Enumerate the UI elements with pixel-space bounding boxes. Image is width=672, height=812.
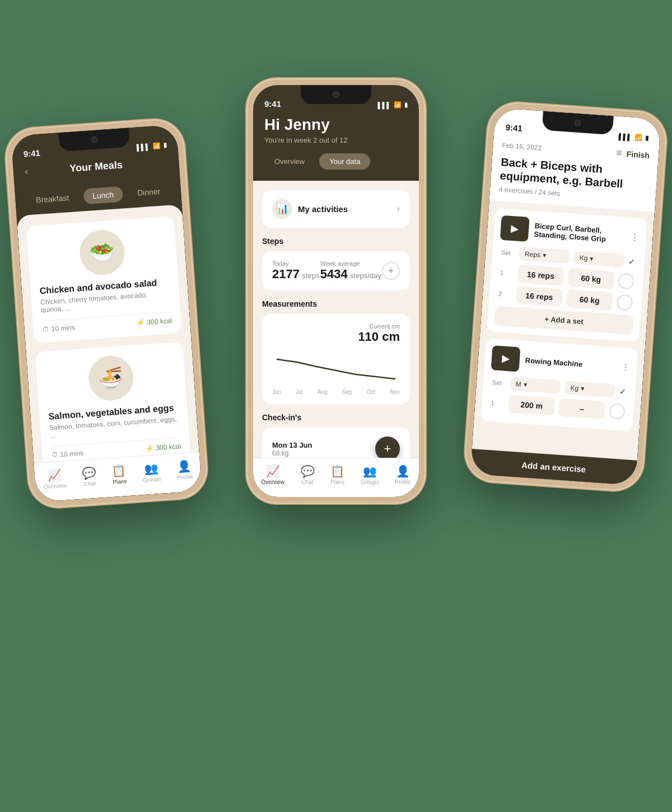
finish-button[interactable]: Finish (626, 149, 650, 159)
reps-dropdown-2[interactable]: M ▾ (510, 377, 561, 393)
battery-icon-2: ▮ (404, 101, 408, 109)
nav2-groups[interactable]: 👥 Groups (361, 464, 379, 485)
phone3-vol-up-btn (479, 187, 483, 218)
subtitle: You're in week 2 out of 12 (264, 136, 408, 144)
meal-image-2: 🍜 (87, 354, 134, 402)
set-weight-3[interactable]: – (558, 398, 605, 420)
checkin-weight-1: 68 kg (272, 449, 312, 457)
check-icon-2: ✓ (619, 387, 627, 396)
steps-avg-label: Week average (320, 260, 381, 267)
activities-card[interactable]: 📊 My activities › (262, 190, 410, 228)
meal-card-1[interactable]: 🥗 Chicken and avocado salad Chicken, che… (26, 216, 182, 343)
set-row-2-1: 1 200 m – (488, 393, 628, 421)
set-reps-1[interactable]: 16 reps (517, 265, 564, 286)
chevron-down-icon: ▾ (543, 251, 547, 259)
activities-icon: 📊 (272, 199, 292, 219)
tab-lunch[interactable]: Lunch (83, 186, 123, 204)
checkins-card: Mon 13 Jun 68 kg + (262, 428, 410, 458)
nav-groups[interactable]: 👥 Groups (142, 461, 161, 483)
nav2-groups-label: Groups (361, 479, 379, 485)
measurements-chart-svg (272, 351, 400, 384)
meals-content: 🥗 Chicken and avocado salad Chicken, che… (16, 204, 200, 489)
nav-plans-label: Plans (113, 478, 127, 485)
phone3-power-btn (660, 191, 665, 233)
meal-kcal-1: ⚡ 300 kcal (136, 317, 172, 327)
month-sep: Sep (342, 389, 352, 395)
set-check-circle-2[interactable] (617, 294, 633, 311)
set-num-1: 1 (500, 269, 514, 277)
tab-overview[interactable]: Overview (264, 153, 315, 170)
clock-icon: ⏱ (42, 325, 49, 334)
status-time-3: 9:41 (505, 123, 522, 133)
nav-plans[interactable]: 📋 Plans (111, 463, 127, 485)
nav-profile[interactable]: 👤 Profile (176, 459, 193, 481)
tab-your-data[interactable]: Your data (319, 153, 370, 170)
chevron-down-icon-3: ▾ (523, 381, 527, 388)
steps-today-value: 2177 (272, 267, 300, 281)
play-icon-1: ▶ (511, 222, 520, 235)
tab-dinner[interactable]: Dinner (128, 183, 170, 201)
nav2-chat-label: Chat (302, 479, 314, 485)
meal-emoji-2: 🍜 (97, 365, 124, 391)
month-nov: Nov (390, 389, 400, 395)
steps-section-title: Steps (262, 237, 410, 246)
phone3-silent-btn (482, 162, 485, 179)
set-reps-3[interactable]: 200 m (508, 395, 555, 416)
set-num-2: 2 (498, 290, 512, 298)
exercise-menu-1[interactable]: ⋮ (630, 231, 640, 242)
wifi-icon-3: 📶 (634, 134, 643, 142)
nav-chat[interactable]: 💬 Chat (82, 466, 97, 487)
nav2-plans[interactable]: 📋 Plans (330, 464, 344, 485)
camera (91, 136, 98, 143)
exercise-name-2: Rowing Machine (525, 356, 616, 370)
exercise-thumb-1: ▶ (500, 215, 530, 242)
tab-breakfast[interactable]: Breakfast (26, 189, 78, 208)
checkin-date-1: Mon 13 Jun (272, 441, 312, 449)
camera-3 (574, 119, 581, 126)
steps-today-unit: steps (302, 271, 319, 280)
kg-dropdown[interactable]: Kg ▾ (573, 251, 624, 267)
exercise-menu-2[interactable]: ⋮ (621, 362, 631, 373)
nav2-overview[interactable]: 📈 Overview (261, 464, 284, 485)
checkin-add-button[interactable]: + (375, 436, 400, 458)
kg-dropdown-2[interactable]: Kg ▾ (564, 381, 615, 397)
phone-vol-down-btn (11, 258, 15, 289)
meal-card-2[interactable]: 🍜 Salmon, vegetables and eggs Salmon, to… (35, 342, 191, 469)
phone-workout: 9:41 ▌▌▌ 📶 ▮ Feb 16, 2022 ≡ Finish (463, 101, 669, 493)
meals-screen: 9:41 ▌▌▌ 📶 ▮ ‹ Your Meals Breakfast Lunc… (11, 124, 202, 502)
reps-dropdown[interactable]: Reps ▾ (519, 247, 570, 264)
clock-icon-2: ⏱ (51, 451, 58, 459)
overview-icon-2: 📈 (266, 464, 280, 478)
groups-icon-2: 👥 (363, 464, 377, 478)
set-weight-1[interactable]: 60 kg (567, 268, 614, 289)
set-weight-2[interactable]: 60 kg (566, 289, 613, 311)
set-check-circle-3[interactable] (609, 403, 626, 420)
exercise-thumb-2: ▶ (491, 345, 521, 372)
phone-dashboard: 9:41 ▌▌▌ 📶 ▮ Hi Jenny You're in week 2 o… (246, 78, 426, 504)
phone3-vol-down-btn (477, 223, 481, 254)
measurements-card: Current cm 110 cm Jun Jul Au (262, 314, 410, 404)
steps-add-button[interactable]: + (382, 262, 400, 280)
exercise-header-2: ▶ Rowing Machine ⋮ (491, 345, 631, 379)
nav2-profile[interactable]: 👤 Profile (395, 464, 410, 485)
chat-icon-2: 💬 (301, 464, 315, 478)
dashboard-tabs: Overview Your data (264, 153, 408, 170)
exercise-card-2: ▶ Rowing Machine ⋮ Set M ▾ (480, 338, 638, 431)
set-col-label: Set (501, 249, 515, 257)
set-check-circle-1[interactable] (618, 273, 634, 290)
meal-emoji-1: 🥗 (88, 240, 115, 265)
wifi-icon-2: 📶 (394, 101, 402, 109)
battery-icon: ▮ (163, 142, 167, 149)
wifi-icon: 📶 (152, 142, 161, 150)
workout-date: Feb 16, 2022 (502, 141, 542, 152)
nav2-chat[interactable]: 💬 Chat (301, 464, 315, 485)
set-reps-2[interactable]: 16 reps (516, 286, 563, 307)
nav2-overview-label: Overview (261, 479, 284, 485)
exercise-card-1: ▶ Bicep Curl, Barbell, Standing, Close G… (487, 208, 647, 342)
status-icons-3: ▌▌▌ 📶 ▮ (618, 133, 648, 142)
phone-power-btn (188, 201, 193, 243)
play-icon-2: ▶ (501, 352, 510, 365)
nav-chat-label: Chat (83, 480, 96, 487)
current-cm-value: 110 cm (358, 330, 400, 344)
nav-overview[interactable]: 📈 Overview (42, 468, 67, 490)
